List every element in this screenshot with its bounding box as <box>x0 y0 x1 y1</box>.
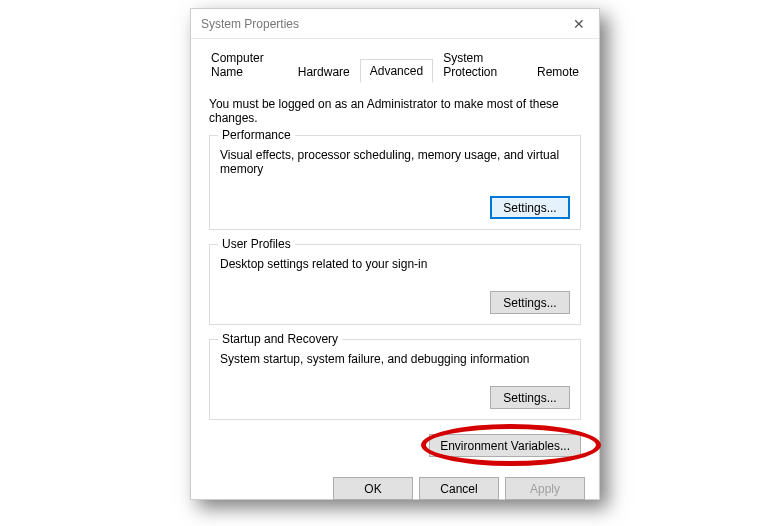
apply-button[interactable]: Apply <box>505 477 585 500</box>
tab-strip: Computer Name Hardware Advanced System P… <box>201 45 589 83</box>
startup-recovery-settings-button[interactable]: Settings... <box>490 386 570 409</box>
dialog-buttons: OK Cancel Apply <box>191 477 599 512</box>
user-profiles-group: User Profiles Desktop settings related t… <box>209 244 581 325</box>
tab-advanced[interactable]: Advanced <box>360 59 433 83</box>
startup-recovery-desc: System startup, system failure, and debu… <box>220 352 570 366</box>
window-title: System Properties <box>201 17 299 31</box>
tab-computer-name[interactable]: Computer Name <box>201 46 288 83</box>
environment-variables-button[interactable]: Environment Variables... <box>429 434 581 457</box>
performance-label: Performance <box>218 128 295 142</box>
tab-remote[interactable]: Remote <box>527 60 589 83</box>
tab-hardware[interactable]: Hardware <box>288 60 360 83</box>
user-profiles-settings-button[interactable]: Settings... <box>490 291 570 314</box>
performance-settings-button[interactable]: Settings... <box>490 196 570 219</box>
intro-text: You must be logged on as an Administrato… <box>209 97 581 125</box>
ok-button[interactable]: OK <box>333 477 413 500</box>
cancel-button[interactable]: Cancel <box>419 477 499 500</box>
system-properties-dialog: System Properties ✕ Computer Name Hardwa… <box>190 8 600 500</box>
startup-recovery-group: Startup and Recovery System startup, sys… <box>209 339 581 420</box>
tab-system-protection[interactable]: System Protection <box>433 46 527 83</box>
user-profiles-label: User Profiles <box>218 237 295 251</box>
env-row: Environment Variables... <box>209 434 581 457</box>
titlebar: System Properties ✕ <box>191 9 599 39</box>
tab-content: You must be logged on as an Administrato… <box>191 83 599 477</box>
user-profiles-desc: Desktop settings related to your sign-in <box>220 257 570 271</box>
startup-recovery-label: Startup and Recovery <box>218 332 342 346</box>
performance-desc: Visual effects, processor scheduling, me… <box>220 148 570 176</box>
performance-group: Performance Visual effects, processor sc… <box>209 135 581 230</box>
close-icon[interactable]: ✕ <box>567 16 591 32</box>
